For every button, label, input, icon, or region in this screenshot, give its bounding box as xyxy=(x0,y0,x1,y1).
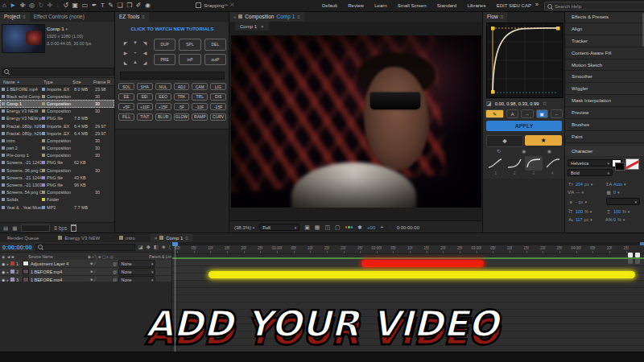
ez-button-inp[interactable]: inP xyxy=(179,54,200,66)
orbit-camera-icon[interactable]: ↻ xyxy=(38,2,43,9)
ez-button-eei[interactable]: EEI xyxy=(137,93,153,101)
ez-button-eeo[interactable]: EEO xyxy=(155,93,171,101)
arrow-right-icon[interactable]: → xyxy=(521,109,533,118)
project-row[interactable]: Fractal..080p, h264).mp4Importe..EX6.4 M… xyxy=(0,122,114,130)
hand-tool-icon[interactable]: ✙ xyxy=(20,2,26,9)
ez-button-del[interactable]: DEL xyxy=(204,39,226,51)
ez-button-spl[interactable]: SPL xyxy=(179,39,200,51)
apply-button[interactable]: APPLY xyxy=(486,121,562,131)
ez-button-adj[interactable]: ADJ xyxy=(174,83,190,90)
parent-link-dropdown[interactable]: None▾ xyxy=(118,268,155,275)
v-scale-value[interactable]: 100 xyxy=(576,209,583,214)
mirror-button[interactable]: ▣ xyxy=(536,109,548,118)
arrow-left-icon[interactable]: ← xyxy=(551,109,563,118)
camera-tool-icon[interactable]: ▣ xyxy=(72,2,79,9)
panel-menu-icon[interactable]: ≡ xyxy=(297,14,300,19)
tutorial-button[interactable]: ❖ xyxy=(486,135,523,147)
preset-curve-2[interactable] xyxy=(506,156,523,171)
panel-item-contentminusaware-fill[interactable]: Content-Aware Fill xyxy=(565,47,644,60)
exposure-value[interactable]: +00 xyxy=(367,225,375,230)
panel-menu-icon[interactable]: ≡ xyxy=(501,14,504,19)
timeline-search-input[interactable] xyxy=(35,244,135,251)
panel-item-paint[interactable]: Paint xyxy=(565,131,644,143)
clone-stamp-icon[interactable]: ❏ xyxy=(117,2,122,9)
favorites-button[interactable]: ★ xyxy=(525,135,562,146)
ez-button-plus15f[interactable]: +15F xyxy=(155,103,171,110)
red-highlight-bar[interactable] xyxy=(361,260,484,267)
time-ruler[interactable]: :00f05f10f15f20f25f01:00f05f10f15f20f25f… xyxy=(172,245,644,254)
tracking-value[interactable]: 0 xyxy=(613,190,616,195)
preset-curve-1[interactable] xyxy=(486,156,504,171)
ez-button-sol[interactable]: SOL xyxy=(118,83,134,90)
pan-camera-icon[interactable]: ✚ xyxy=(47,2,53,9)
ez-button-blur[interactable]: BLUR xyxy=(155,113,171,121)
visibility-eye-icon[interactable]: ◉ xyxy=(2,269,5,274)
panel-item-wiggler[interactable]: Wiggler xyxy=(565,83,644,95)
expand-chevron-icon[interactable]: ▸ xyxy=(6,269,9,274)
preset-curve-4[interactable] xyxy=(544,156,562,171)
parent-link-dropdown[interactable]: None▾ xyxy=(118,260,155,267)
panel-item-tracker[interactable]: Tracker xyxy=(565,35,644,47)
project-row[interactable]: Black solid Comp 1Composition30 xyxy=(0,93,114,100)
project-row[interactable]: introComposition30 xyxy=(0,137,114,144)
panel-menu-icon[interactable]: ≡ xyxy=(185,236,188,241)
ez-button-tint[interactable]: TINT xyxy=(137,113,153,121)
rectangle-tool-icon[interactable]: ▭ xyxy=(82,2,89,9)
refresh-icon[interactable]: ↻ xyxy=(497,148,501,154)
workspace-item-small-screen[interactable]: Small Screen xyxy=(398,3,427,8)
panel-item-brushes[interactable]: Brushes xyxy=(565,119,644,131)
project-row[interactable]: 1 BEFORE.mp4Importe..EX8.0 MB23.98 xyxy=(0,85,114,93)
puppet-pin-icon[interactable]: ◉ xyxy=(145,2,151,9)
workspace-item-edit-sieu-cap[interactable]: EDIT SIEU CAP xyxy=(497,3,531,8)
new-folder-icon[interactable]: ▦ xyxy=(12,225,17,232)
anchor-point-button[interactable]: ◣ xyxy=(124,60,128,65)
tab-project[interactable]: Project≡ xyxy=(0,11,30,22)
shy-layers-icon[interactable]: ◧ xyxy=(154,244,159,250)
frame-blend-icon[interactable]: ◈ xyxy=(162,244,166,250)
ez-slider[interactable] xyxy=(120,72,225,80)
rotate-tool-icon[interactable]: ↺ xyxy=(63,2,68,9)
layer-label-chip[interactable] xyxy=(10,261,14,265)
active-comp-link[interactable]: Comp 1 xyxy=(276,14,295,19)
timeline-corner-buttons[interactable] xyxy=(628,253,641,264)
ez-button-curv[interactable]: CURV xyxy=(210,113,226,121)
preset-curve-3[interactable] xyxy=(525,156,543,171)
ez-button-nul[interactable]: NUL xyxy=(155,83,171,90)
project-row[interactable]: part 2Composition30 xyxy=(0,145,114,152)
panel-menu-icon[interactable]: ≡ xyxy=(142,14,145,19)
anchor-point-button[interactable]: ◥ xyxy=(143,40,147,46)
ez-button-dis[interactable]: DIS xyxy=(210,93,226,101)
column-frame-rate[interactable]: Frame R xyxy=(93,80,114,84)
project-row[interactable]: Pre-comp 1Composition30 xyxy=(0,152,114,159)
timeline-tab-comp-1[interactable]: ×Comp 1≡ xyxy=(151,233,192,242)
column-size[interactable]: Size xyxy=(72,80,93,84)
source-name-header[interactable]: Source Name xyxy=(28,254,53,259)
timeline-tab-energy-v3-new[interactable]: Energy V3 NEW xyxy=(54,233,104,242)
project-row[interactable]: SolidsFolder xyxy=(0,196,114,204)
interpret-footage-icon[interactable]: ▤ xyxy=(3,225,8,232)
anchor-point-button[interactable]: ◤ xyxy=(124,40,128,46)
project-row[interactable]: Screens..-21 124336.pngPNG file62 KB xyxy=(0,159,114,167)
ez-button-trk[interactable]: TRK xyxy=(174,93,190,101)
workspace-item-review[interactable]: Review xyxy=(348,3,364,8)
ez-button-sha[interactable]: SHA xyxy=(137,83,153,90)
ez-button-fill[interactable]: FILL xyxy=(118,113,134,121)
fill-color-swatch[interactable] xyxy=(612,159,621,167)
dolly-camera-icon[interactable]: ↓ xyxy=(56,2,60,9)
ez-button-cam[interactable]: CAM xyxy=(192,83,208,90)
baseline-value[interactable]: 117 xyxy=(576,217,583,222)
anchor-point-button[interactable]: ◢ xyxy=(143,60,147,65)
ez-button-plus5f[interactable]: +5F xyxy=(118,103,134,110)
column-type[interactable]: Type xyxy=(43,80,72,84)
ez-button-ee[interactable]: EE xyxy=(118,93,134,101)
selection-tool-icon[interactable]: ► xyxy=(10,2,16,9)
tab-flow[interactable]: Flow≡ xyxy=(483,11,507,22)
anchor-point-button[interactable]: ▼ xyxy=(133,40,138,45)
adjustment-layer-bar[interactable] xyxy=(172,257,644,259)
eraser-icon[interactable]: ❒ xyxy=(126,2,132,9)
checkbox-icon[interactable]: ◪ xyxy=(486,101,492,107)
project-row[interactable]: Fractal..080p, h264).mp4Importe..EX6.4 M… xyxy=(0,130,114,137)
user-icon[interactable]: ◉ xyxy=(522,148,526,154)
snapping-checkbox-icon[interactable] xyxy=(196,2,201,8)
ez-button-minus5f[interactable]: -5F xyxy=(174,103,190,110)
